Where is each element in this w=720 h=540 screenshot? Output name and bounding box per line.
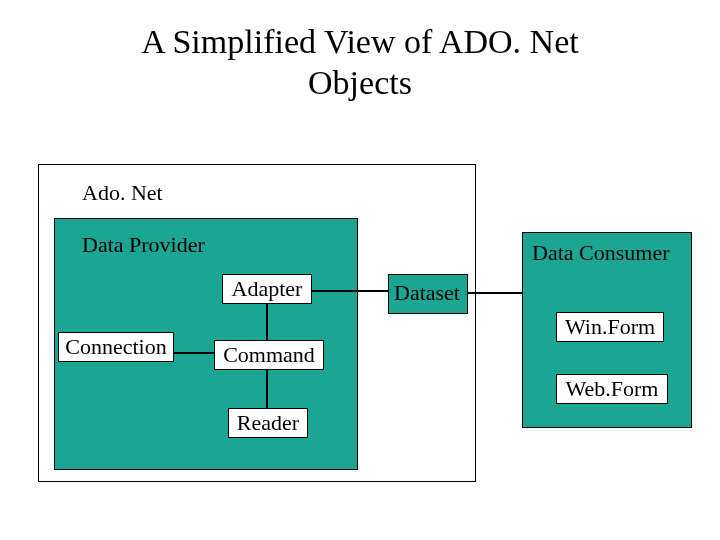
- dataset-text: Dataset: [394, 280, 460, 306]
- data-provider-label: Data Provider: [82, 232, 205, 258]
- adapter-node: Adapter: [222, 274, 312, 304]
- reader-text: Reader: [237, 410, 299, 436]
- command-text: Command: [223, 342, 315, 368]
- edge-adapter-command: [266, 304, 268, 340]
- edge-adapter-dataset: [312, 290, 388, 292]
- edge-command-reader: [266, 370, 268, 408]
- reader-node: Reader: [228, 408, 308, 438]
- winform-text: Win.Form: [565, 314, 655, 340]
- adapter-text: Adapter: [232, 276, 303, 302]
- command-node: Command: [214, 340, 324, 370]
- edge-dataset-consumer: [468, 292, 522, 294]
- data-consumer-label: Data Consumer: [532, 240, 669, 266]
- webform-text: Web.Form: [566, 376, 659, 402]
- webform-node: Web.Form: [556, 374, 668, 404]
- connection-text: Connection: [65, 334, 166, 360]
- edge-connection-command: [174, 352, 214, 354]
- adonet-label: Ado. Net: [82, 180, 163, 206]
- diagram-canvas: Ado. Net Data Provider Adapter Connectio…: [0, 0, 720, 540]
- connection-node: Connection: [58, 332, 174, 362]
- winform-node: Win.Form: [556, 312, 664, 342]
